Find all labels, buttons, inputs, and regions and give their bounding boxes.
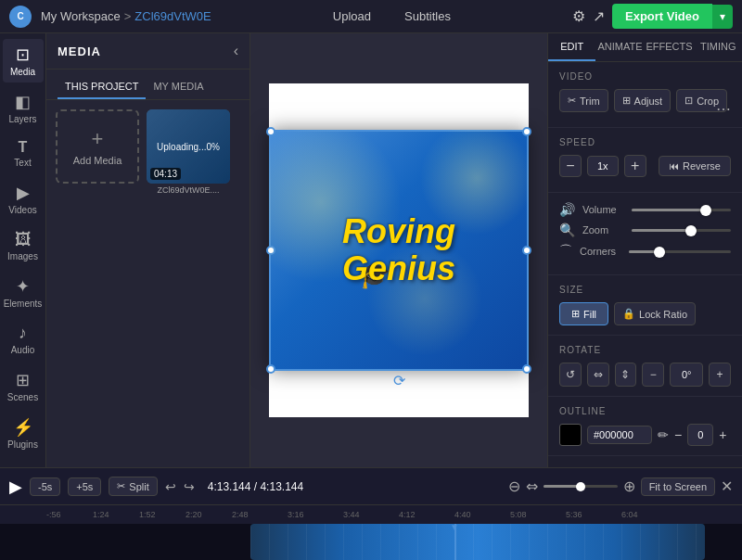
speed-minus-button[interactable]: −	[559, 155, 582, 177]
media-icon: ⊡	[16, 45, 30, 65]
undo-button[interactable]: ↩	[165, 479, 176, 494]
zoom-slider[interactable]	[632, 229, 731, 232]
sidebar-item-audio[interactable]: ♪ Audio	[3, 318, 44, 361]
upload-button[interactable]: Upload	[326, 6, 378, 27]
split-button[interactable]: ✂ Split	[109, 477, 157, 496]
sidebar-label-media: Media	[10, 67, 35, 77]
rotate-ccw-button[interactable]: ↺	[559, 363, 582, 387]
outline-eyedropper-button[interactable]: ✏	[658, 427, 669, 442]
export-video-button[interactable]: Export Video	[612, 4, 712, 29]
volume-fill	[632, 209, 706, 211]
plugins-icon: ⚡	[13, 417, 33, 438]
right-tabs: EDIT ANIMATE EFFECTS TIMING	[548, 33, 742, 62]
sidebar-item-elements[interactable]: ✦ Elements	[3, 271, 44, 314]
export-dropdown-button[interactable]: ▾	[712, 5, 733, 29]
rotate-row: ↺ ⇔ ⇕ − +	[559, 363, 731, 387]
size-section: SIZE ⊞ Fill 🔒 Lock Ratio	[548, 275, 742, 336]
outline-count-input[interactable]	[687, 424, 713, 446]
lock-icon: 🔒	[622, 308, 635, 320]
rotate-degree-input[interactable]	[670, 363, 703, 387]
fill-button[interactable]: ⊞ Fill	[559, 302, 608, 325]
timeline-clip[interactable]	[250, 524, 705, 560]
sidebar-item-text[interactable]: T Text	[3, 134, 44, 173]
redo-button[interactable]: ↪	[184, 479, 195, 494]
canvas-rotate-icon[interactable]: ⟳	[393, 372, 405, 389]
sidebar-label-audio: Audio	[11, 345, 35, 355]
subtitles-button[interactable]: Subtitles	[397, 6, 458, 27]
play-button[interactable]: ▶	[9, 477, 22, 497]
close-timeline-button[interactable]: ✕	[721, 477, 733, 495]
tab-edit[interactable]: EDIT	[548, 33, 595, 61]
corners-thumb[interactable]	[654, 247, 665, 258]
sidebar-label-plugins: Plugins	[7, 439, 38, 450]
settings-icon[interactable]: ⚙	[572, 7, 585, 25]
bottom-bar: ▶ -5s +5s ✂ Split ↩ ↪ 4:13.144 / 4:13.14…	[0, 467, 742, 504]
timeline-playhead[interactable]	[454, 524, 456, 560]
project-id[interactable]: ZCl69dVtW0E	[134, 9, 211, 23]
scissors-icon: ✂	[117, 480, 125, 492]
ruler-mark-4: 2:48	[232, 510, 249, 519]
sidebar-item-scenes[interactable]: ⊞ Scenes	[3, 364, 44, 408]
canvas-wrapper[interactable]: 🎓 Roving Genius ⟳	[269, 130, 529, 371]
tab-animate[interactable]: ANIMATE	[595, 33, 644, 61]
corners-slider[interactable]	[629, 250, 731, 253]
zoom-timeline-thumb[interactable]	[576, 482, 585, 491]
add-media-button[interactable]: + Add Media	[56, 109, 139, 184]
workspace-label[interactable]: My Workspace	[41, 9, 121, 23]
lock-ratio-button[interactable]: 🔒 Lock Ratio	[614, 302, 696, 325]
media-panel-close-button[interactable]: ‹	[234, 43, 238, 59]
speed-value: 1x	[587, 156, 619, 176]
share-icon[interactable]: ↗	[593, 7, 605, 25]
fill-icon: ⊞	[571, 308, 580, 320]
outline-hex-input[interactable]	[587, 426, 652, 444]
zoom-in-button[interactable]: ⊕	[623, 477, 635, 495]
timeline-track[interactable]	[0, 524, 742, 560]
volume-row: 🔊 Volume	[559, 202, 731, 217]
plus5-button[interactable]: +5s	[68, 477, 101, 496]
zoom-timeline-slider[interactable]	[544, 485, 618, 488]
minus5-button[interactable]: -5s	[30, 477, 60, 496]
outline-section-title: OUTLINE	[559, 406, 731, 416]
volume-icon: 🔊	[559, 202, 575, 217]
outline-plus-button[interactable]: +	[719, 427, 726, 442]
reverse-button[interactable]: ⏮ Reverse	[659, 156, 731, 176]
speed-plus-button[interactable]: +	[624, 155, 646, 177]
flip-h-button[interactable]: ⇔	[587, 363, 609, 387]
media-thumbnail[interactable]: Uploading...0% 04:13	[147, 109, 230, 184]
sidebar-item-images[interactable]: 🖼 Images	[3, 224, 44, 267]
zoom-thumb[interactable]	[685, 225, 697, 236]
fit-screen-button[interactable]: Fit to Screen	[641, 477, 715, 496]
add-media-label: Add Media	[73, 155, 122, 166]
timeline-ruler: -:56 1:24 1:52 2:20 2:48 3:16 3:44 4:12 …	[0, 505, 742, 524]
zoom-fit-arrows-button[interactable]: ⇔	[526, 477, 538, 495]
sidebar-item-videos[interactable]: ▶ Videos	[3, 177, 44, 221]
tab-my-media[interactable]: MY MEDIA	[146, 77, 211, 99]
trim-icon: ✂	[568, 95, 576, 107]
outline-minus-button[interactable]: −	[674, 427, 682, 442]
adjust-icon: ⊞	[622, 95, 631, 107]
zoom-out-button[interactable]: ⊖	[508, 477, 520, 495]
canvas-area: 🎓 Roving Genius ⟳	[250, 33, 547, 467]
sidebar-item-plugins[interactable]: ⚡ Plugins	[3, 412, 44, 455]
outline-row: ✏ − +	[559, 424, 731, 446]
tab-timing[interactable]: TIMING	[695, 33, 742, 61]
rotate-plus-button[interactable]: +	[709, 363, 731, 387]
sidebar-item-media[interactable]: ⊡ Media	[3, 39, 44, 83]
outline-color-swatch[interactable]	[559, 424, 582, 446]
flip-v-button[interactable]: ⇕	[615, 363, 637, 387]
tab-this-project[interactable]: THIS PROJECT	[58, 77, 146, 99]
trim-button[interactable]: ✂ Trim	[559, 89, 608, 112]
sidebar-item-layers[interactable]: ◧ Layers	[3, 86, 44, 130]
volume-slider[interactable]	[632, 209, 731, 211]
adjust-button[interactable]: ⊞ Adjust	[614, 89, 672, 112]
media-more-button[interactable]: ⋯	[716, 100, 731, 118]
canvas-container: 🎓 Roving Genius ⟳	[269, 83, 529, 417]
right-panel: EDIT ANIMATE EFFECTS TIMING VIDEO ✂ Trim…	[547, 33, 742, 467]
zoom-row: 🔍 Zoom	[559, 223, 731, 237]
volume-section: 🔊 Volume 🔍 Zoom ⌒ Corners	[548, 193, 742, 275]
rotate-minus-button[interactable]: −	[642, 363, 664, 387]
outline-section: OUTLINE ✏ − +	[548, 397, 742, 456]
tab-effects[interactable]: EFFECTS	[644, 33, 694, 61]
volume-thumb[interactable]	[700, 205, 711, 216]
left-sidebar: ⊡ Media ◧ Layers T Text ▶ Videos 🖼 Image…	[0, 33, 46, 467]
